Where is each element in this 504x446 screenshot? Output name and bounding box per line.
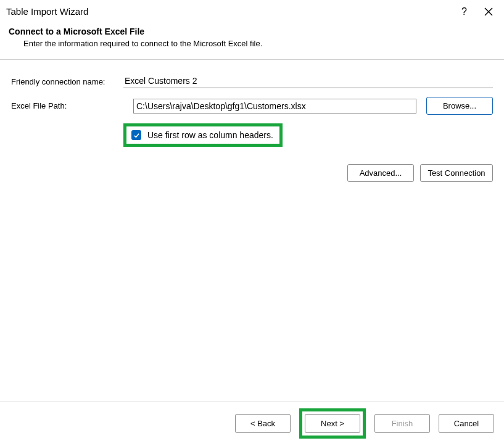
footer: < Back Next > Finish Cancel: [0, 402, 504, 446]
form-area: Friendly connection name: Excel File Pat…: [0, 60, 504, 154]
test-connection-button[interactable]: Test Connection: [420, 164, 493, 182]
friendly-name-label: Friendly connection name:: [11, 77, 123, 86]
checkbox-label: Use first row as column headers.: [147, 130, 273, 140]
friendly-name-input[interactable]: [123, 75, 493, 88]
next-button[interactable]: Next >: [305, 414, 360, 433]
browse-button[interactable]: Browse...: [426, 97, 493, 115]
close-icon[interactable]: [484, 7, 493, 16]
title-bar-controls: ?: [461, 7, 493, 17]
checkbox-highlight: Use first row as column headers.: [123, 123, 283, 147]
file-path-row: Excel File Path: Browse...: [11, 97, 493, 115]
window-title: Table Import Wizard: [6, 6, 88, 17]
help-icon[interactable]: ?: [461, 7, 467, 17]
next-highlight: Next >: [299, 408, 366, 439]
friendly-name-row: Friendly connection name:: [11, 75, 493, 88]
title-bar: Table Import Wizard ?: [0, 0, 504, 23]
cancel-button[interactable]: Cancel: [439, 414, 494, 433]
header-section: Connect to a Microsoft Excel File Enter …: [0, 23, 504, 59]
back-button[interactable]: < Back: [235, 414, 291, 433]
secondary-buttons: Advanced... Test Connection: [0, 154, 504, 182]
file-path-label: Excel File Path:: [11, 101, 123, 110]
advanced-button[interactable]: Advanced...: [347, 164, 414, 182]
first-row-headers-checkbox[interactable]: [131, 130, 141, 140]
finish-button: Finish: [374, 414, 430, 433]
header-subtitle: Enter the information required to connec…: [23, 39, 495, 48]
checkbox-row: Use first row as column headers.: [123, 123, 493, 147]
header-title: Connect to a Microsoft Excel File: [9, 27, 495, 36]
file-path-input[interactable]: [133, 99, 416, 114]
